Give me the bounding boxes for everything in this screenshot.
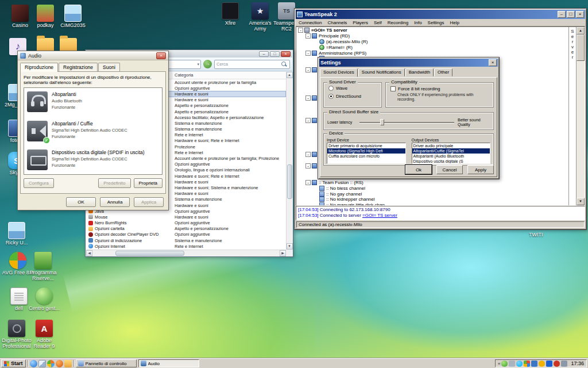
menu-info[interactable]: Info xyxy=(411,20,424,25)
tray-expand-icon[interactable]: « xyxy=(498,361,500,366)
skype-tray-icon[interactable] xyxy=(516,361,523,367)
log-server-link[interactable]: =GOI= TS server xyxy=(362,213,397,218)
search-input[interactable] xyxy=(215,62,281,67)
tree-item-ramel-r[interactable]: =Ramel= (R) xyxy=(296,44,568,50)
force-8bit-checkbox[interactable]: Force 8 bit recording xyxy=(390,86,493,91)
vertical-scrollbar[interactable]: ▲ ▼ xyxy=(286,72,292,250)
avg-tray-icon[interactable] xyxy=(524,361,530,367)
tree-item-amministrazione-rps[interactable]: -Amministrazione (RPS) xyxy=(296,50,568,56)
menu-players[interactable]: Players xyxy=(350,20,371,25)
tree-item-no-kidnepper-channel[interactable]: :: No kidnepper channel xyxy=(296,197,568,202)
search-box[interactable] xyxy=(214,60,290,69)
output-device-option[interactable]: Dispositivo uscita digitale (S xyxy=(412,159,490,164)
properties-button[interactable]: Proprietà xyxy=(134,178,163,188)
desktop-icon-adobe-reader-9[interactable]: Adobe Reader 9 xyxy=(28,320,61,350)
control-panel-item[interactable]: Opzioni cartellaAspetto e personalizzazi… xyxy=(86,226,286,232)
desktop-icon-xfire[interactable]: Xfire xyxy=(214,2,247,26)
wmp-icon[interactable] xyxy=(47,360,55,367)
control-panel-item[interactable]: Opzioni InternetRete e Internet xyxy=(86,243,286,249)
bluetooth-tray-icon[interactable] xyxy=(546,361,552,367)
menu-self[interactable]: Self xyxy=(371,20,385,25)
apply-button[interactable]: Apply xyxy=(467,165,494,174)
cancel-button[interactable]: Annulla xyxy=(100,197,130,207)
explorer-icon[interactable] xyxy=(64,360,72,367)
playback-device-altoparlanti-cuffie[interactable]: ✓Altoparlanti / CuffieSigmaTel High Defi… xyxy=(24,117,162,147)
maximize-button[interactable]: □ xyxy=(567,11,575,18)
ok-button[interactable]: Ok xyxy=(405,165,432,174)
desktop-icon[interactable] xyxy=(38,360,46,367)
teamspeak-tray-icon[interactable] xyxy=(561,361,567,367)
playback-device-altoparlanti[interactable]: AltoparlantiAudio BluetoothFunzionante xyxy=(24,88,162,117)
checkbox-icon[interactable] xyxy=(390,86,396,91)
minimize-button[interactable]: – xyxy=(558,11,566,18)
menu-connection[interactable]: Connection xyxy=(296,20,324,25)
output-device-option[interactable]: Driver audio principale xyxy=(412,143,490,148)
graphics-tray-icon[interactable] xyxy=(554,361,560,367)
tree-item-no-manuals-little-dick-chan[interactable]: :: No manuals little dick chan xyxy=(296,202,568,205)
scrollbar-thumb[interactable] xyxy=(115,251,184,256)
input-device-option[interactable]: Microfono (SigmaTel High Defi xyxy=(327,148,405,154)
menu-channels[interactable]: Channels xyxy=(324,20,350,25)
tree-expander-icon[interactable]: - xyxy=(305,51,311,56)
configure-button[interactable]: Configura xyxy=(24,178,54,188)
search-icon[interactable] xyxy=(281,62,287,67)
control-panel-item[interactable]: MouseHardware e suoni xyxy=(86,214,286,220)
ie-icon[interactable] xyxy=(30,360,37,367)
tree-item-no-bless-channel[interactable]: :: No bless channel xyxy=(296,185,568,191)
audio-tab-riproduzione[interactable]: Riproduzione xyxy=(20,63,58,72)
tree-expander-icon[interactable]: - xyxy=(305,152,311,157)
menu-recording[interactable]: Recording xyxy=(385,20,411,25)
control-panel-item[interactable]: Opzioni decoder CinePlayer DVDOpzioni ag… xyxy=(86,232,286,237)
tree-item-a-recessiv-milo-r[interactable]: (a)-recessiv-Milo (R) xyxy=(296,39,568,45)
close-button[interactable]: × xyxy=(281,51,291,57)
scroll-up-icon[interactable]: ▲ xyxy=(287,72,293,78)
slider-thumb[interactable] xyxy=(380,119,384,125)
radio-icon[interactable] xyxy=(328,94,334,99)
apply-button[interactable]: Applica xyxy=(134,197,164,207)
input-device-list[interactable]: Driver primario di acquisizioneMicrofono… xyxy=(327,143,406,164)
chevron-down-icon[interactable]: ▾ xyxy=(197,62,199,67)
minimize-button[interactable]: – xyxy=(259,51,269,57)
refresh-button[interactable]: → xyxy=(203,60,212,68)
maximize-button[interactable]: □ xyxy=(270,51,280,57)
scroll-down-icon[interactable]: ▼ xyxy=(287,243,293,250)
input-device-option[interactable]: Cuffia auricolare con microfo xyxy=(327,154,405,159)
start-button[interactable]: Start xyxy=(1,359,26,367)
scrollbar-thumb[interactable] xyxy=(287,164,292,199)
control-panel-item[interactable]: Nero BurnRightsOpzioni aggiuntive xyxy=(86,220,286,226)
tree-expander-icon[interactable]: - xyxy=(305,95,311,101)
tree-expander-icon[interactable]: - xyxy=(305,67,311,72)
desktop-icon-ricky-u[interactable]: Ricky U... xyxy=(0,222,33,246)
output-device-option[interactable]: Altoparlanti (Audio Bluetooth xyxy=(412,154,490,159)
tree-expander-icon[interactable]: - xyxy=(305,118,311,123)
tree-expander-icon[interactable]: - xyxy=(298,28,303,33)
clock[interactable]: 17:36 xyxy=(571,361,584,366)
settings-tab-sound-devices[interactable]: Sound Devices xyxy=(320,68,358,77)
settings-tab-bandwidth[interactable]: Bandwidth xyxy=(405,68,434,76)
output-device-list[interactable]: Driver audio principaleAltoparlanti/Cuff… xyxy=(412,143,491,164)
audio-tab-registrazione[interactable]: Registrazione xyxy=(59,63,98,71)
buffer-slider[interactable] xyxy=(359,118,454,126)
scroll-down-icon[interactable]: ▼ xyxy=(577,198,585,205)
scrollbar-thumb[interactable] xyxy=(577,34,585,61)
audio-titlebar[interactable]: Audio × xyxy=(18,51,168,60)
firefox-icon[interactable] xyxy=(56,360,63,367)
tree-expander-icon[interactable]: - xyxy=(305,180,311,185)
close-button[interactable]: × xyxy=(576,11,584,18)
scroll-right-icon[interactable]: ▶ xyxy=(280,250,286,256)
scroll-left-icon[interactable]: ◀ xyxy=(86,250,92,256)
menu-help[interactable]: Help xyxy=(447,20,462,25)
radio-option-wave[interactable]: Wave xyxy=(328,86,381,91)
desktop-icon-cimg2035[interactable]: CIMG2035 xyxy=(56,5,90,29)
vertical-scrollbar[interactable]: ▲ ▼ xyxy=(576,27,585,205)
column-header-category[interactable]: Categoria xyxy=(172,72,286,79)
desktop-icon-programma-riserve[interactable]: Programma Riserve... xyxy=(26,252,60,282)
input-device-option[interactable]: Driver primario di acquisizione xyxy=(327,143,405,148)
tree-item-goi-ts-server[interactable]: -=GOI= TS server xyxy=(296,28,568,33)
network-tray-icon[interactable] xyxy=(531,361,537,367)
msn-tray-icon[interactable] xyxy=(501,361,508,367)
horizontal-scrollbar[interactable]: ◀ ▶ xyxy=(86,250,286,256)
ok-button[interactable]: OK xyxy=(66,197,96,207)
update-tray-icon[interactable] xyxy=(539,361,545,367)
playback-device-dispositivo-uscita-digitale-spdif-in-uscita[interactable]: Dispositivo uscita digitale (SPDIF in us… xyxy=(24,146,162,175)
